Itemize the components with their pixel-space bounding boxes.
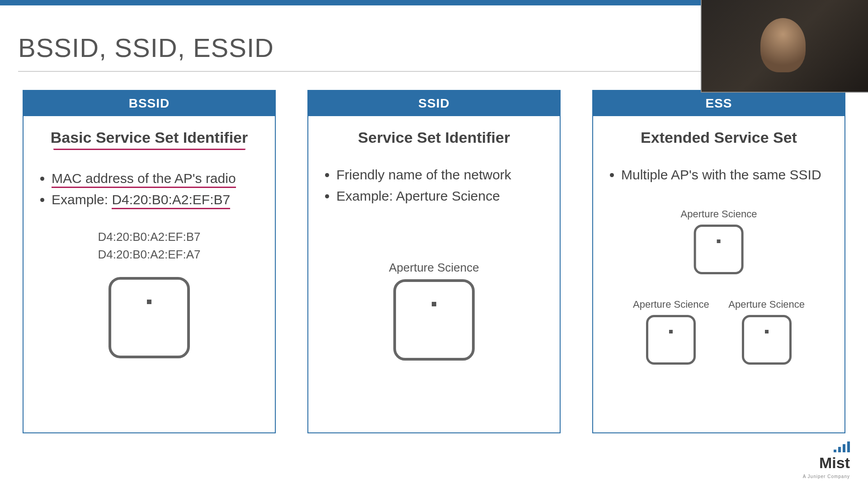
ap-led-icon [669,330,673,333]
ess-ap-right: Aperture Science [728,299,805,365]
access-point-icon [108,277,190,358]
ap-led-icon [765,330,769,333]
webcam-overlay [701,0,868,93]
card-bssid-header: BSSID [24,91,275,116]
mac-line-1: D4:20:B0:A2:EF:B7 [98,228,201,246]
access-point-icon [694,225,744,274]
logo-bars-icon [834,441,850,452]
card-ess-body: Extended Service Set Multiple AP's with … [593,116,844,432]
ess-ap-left: Aperture Science [633,299,709,365]
card-bssid: BSSID Basic Service Set Identifier MAC a… [23,90,276,433]
brand-logo: Mist A Juniper Company [803,441,850,480]
card-bssid-bullets: MAC address of the AP's radio Example: D… [36,168,262,210]
ess-ap-top-label: Aperture Science [681,208,757,220]
card-ess-bullets: Multiple AP's with the same SSID [606,164,832,186]
card-bssid-bullet-2-value: D4:20:B0:A2:EF:B7 [112,192,230,209]
card-ess-subtitle: Extended Service Set [606,129,832,146]
ess-ap-top: Aperture Science [681,208,757,274]
annotation-underline-icon [53,148,245,150]
ap-led-icon [432,302,436,306]
card-ssid-subtitle: Service Set Identifier [321,129,547,146]
logo-subtext: A Juniper Company [803,474,850,479]
logo-text: Mist [819,454,850,471]
ap-led-icon [717,239,721,243]
card-bssid-subtitle-text: Basic Service Set Identifier [51,129,248,146]
ap-led-icon [147,300,151,304]
card-ssid-bullets: Friendly name of the network Example: Ap… [321,164,547,206]
access-point-icon [646,315,696,365]
access-point-icon [393,279,475,361]
card-bssid-bullet-1: MAC address of the AP's radio [52,168,262,189]
card-bssid-bullet-2-prefix: Example: [52,192,112,207]
card-ssid-bullet-1: Friendly name of the network [336,164,547,186]
mac-line-2: D4:20:B0:A2:EF:A7 [98,246,201,263]
ssid-ap-label: Aperture Science [389,261,479,275]
access-point-icon [742,315,792,365]
card-bssid-body: Basic Service Set Identifier MAC address… [24,116,275,432]
presenter-silhouette [760,18,806,72]
card-ssid-bullet-2: Example: Aperture Science [336,186,547,207]
card-bssid-bullet-2: Example: D4:20:B0:A2:EF:B7 [52,189,262,211]
card-ess-bullet-1: Multiple AP's with the same SSID [621,164,832,186]
columns-container: BSSID Basic Service Set Identifier MAC a… [0,90,868,433]
card-ssid: SSID Service Set Identifier Friendly nam… [307,90,561,433]
card-bssid-bullet-1-text: MAC address of the AP's radio [52,171,236,188]
card-ess-header: ESS [593,91,844,116]
card-ess: ESS Extended Service Set Multiple AP's w… [592,90,845,433]
ess-ap-left-label: Aperture Science [633,299,709,310]
card-ess-diagram: Aperture Science Aperture Science Apertu… [606,195,832,424]
card-bssid-subtitle: Basic Service Set Identifier [36,129,262,150]
card-ssid-diagram: Aperture Science [321,261,547,423]
card-ssid-header: SSID [308,91,560,116]
card-ssid-body: Service Set Identifier Friendly name of … [308,116,560,432]
card-bssid-diagram: D4:20:B0:A2:EF:B7 D4:20:B0:A2:EF:A7 [36,228,262,423]
card-bssid-mac-list: D4:20:B0:A2:EF:B7 D4:20:B0:A2:EF:A7 [98,228,201,263]
ess-ap-right-label: Aperture Science [728,299,805,310]
